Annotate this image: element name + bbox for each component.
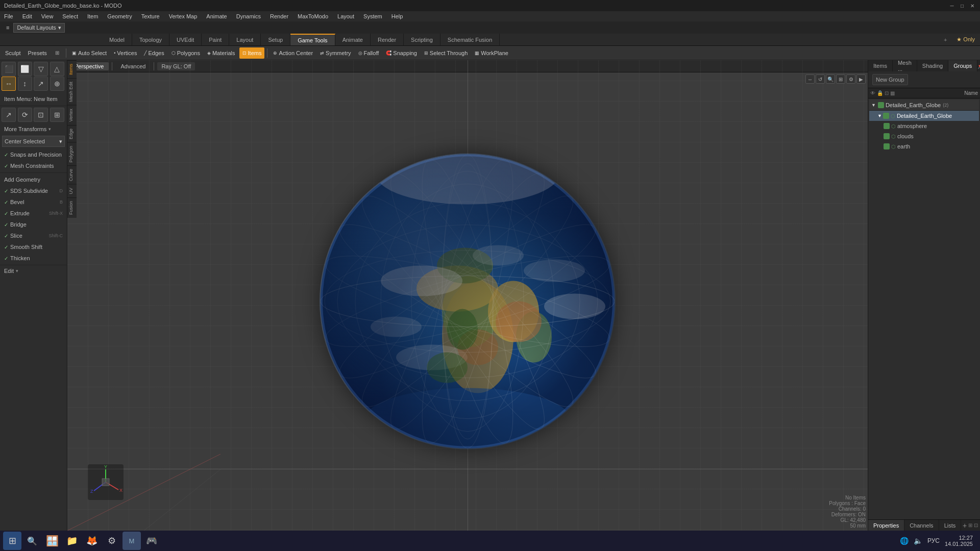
viewport-icon-2[interactable]: ↺ [816, 74, 825, 84]
menu-view[interactable]: View [40, 13, 55, 19]
rp-bottom-tab-channels[interactable]: Channels [904, 520, 939, 531]
rp-tab-groups[interactable]: Groups [948, 60, 977, 71]
bevel-button[interactable]: ✓ Bevel B [2, 196, 65, 208]
menu-file[interactable]: File [3, 13, 14, 19]
start-button[interactable]: ⊞ [3, 532, 21, 550]
scene-item-clouds[interactable]: ⬡ clouds [869, 131, 979, 141]
minimize-button[interactable]: ─ [948, 2, 955, 9]
select-through-button[interactable]: ⊞ Select Through [421, 47, 471, 59]
scene-item-4-vis[interactable] [884, 143, 890, 149]
taskbar-app-2[interactable]: 📁 [63, 532, 81, 550]
menu-vertex-map[interactable]: Vertex Map [168, 13, 199, 19]
scene-item-detailed-earth[interactable]: ▼ ⬡ Detailed_Earth_Globe [869, 111, 979, 121]
scene-root-vis[interactable] [878, 102, 884, 108]
menu-render[interactable]: Render [269, 13, 289, 19]
layouts-dropdown[interactable]: Default Layouts ▾ [13, 23, 64, 33]
rp-col-icon-3[interactable]: ⊡ [885, 90, 889, 96]
menu-geometry[interactable]: Geometry [106, 13, 133, 19]
taskbar-app-5[interactable]: 🎮 [142, 532, 161, 550]
rp-tab-items[interactable]: Items [868, 60, 893, 71]
presets-button[interactable]: Presets [25, 47, 50, 59]
rp-bottom-tab-properties[interactable]: Properties [868, 520, 904, 531]
scene-item-3-vis[interactable] [884, 133, 890, 139]
rp-bottom-icon-1[interactable]: ⊞ [968, 522, 972, 528]
menu-system[interactable]: System [362, 13, 383, 19]
menu-select[interactable]: Select [61, 13, 79, 19]
tool-icon-2[interactable]: ⬜ [18, 62, 32, 76]
tab-add-button[interactable]: + [939, 34, 951, 45]
tool-icon-4[interactable]: △ [50, 62, 64, 76]
menu-layout[interactable]: Layout [336, 13, 355, 19]
menu-maxtomode[interactable]: MaxToModo [297, 13, 329, 19]
taskbar-app-4[interactable]: ⚙ [103, 532, 121, 550]
falloff-button[interactable]: ◎ Falloff [355, 47, 382, 59]
menu-help[interactable]: Help [390, 13, 404, 19]
tab-game-tools[interactable]: Game Tools [290, 34, 335, 45]
transform-icon-1[interactable]: ↗ [2, 108, 16, 122]
mesh-constraints-button[interactable]: ✓ Mesh Constraints [2, 160, 65, 171]
side-tab-curve[interactable]: Curve [67, 165, 77, 184]
vp-ray-gl-button[interactable]: Ray GL: Off [157, 62, 195, 70]
side-tab-items[interactable]: Items [67, 60, 77, 78]
tab-model[interactable]: Model [102, 34, 132, 45]
add-geometry-button[interactable]: Add Geometry [2, 174, 65, 185]
auto-select-button[interactable]: ▣ Auto Select [69, 47, 110, 59]
tab-uvedit[interactable]: UVEdit [169, 34, 202, 45]
scene-item-2-vis[interactable] [884, 123, 890, 129]
earth-container[interactable] [320, 154, 616, 449]
materials-button[interactable]: ◈ Materials [204, 47, 238, 59]
scene-root-header[interactable]: ▼ Detailed_Earth_Globe (2) [869, 99, 979, 111]
transform-icon-2[interactable]: ⟳ [18, 108, 32, 122]
edges-button[interactable]: ╱ Edges [141, 47, 167, 59]
scene-item-atmosphere[interactable]: ⬡ atmosphere [869, 121, 979, 131]
menu-texture[interactable]: Texture [140, 13, 161, 19]
snaps-precision-button[interactable]: ✓ Snaps and Precision [2, 149, 65, 160]
sds-subdivide-button[interactable]: ✓ SDS Subdivide D [2, 185, 65, 196]
maximize-button[interactable]: □ [959, 2, 966, 9]
rp-col-icon-1[interactable]: 👁 [870, 90, 875, 96]
sys-icon-volume[interactable]: 🔈 [914, 537, 922, 545]
action-center-button[interactable]: ⊕ Action Center [270, 47, 316, 59]
more-transforms-button[interactable]: More Transforms ▾ [2, 123, 65, 135]
bridge-button[interactable]: ✓ Bridge [2, 219, 65, 230]
rp-col-icon-2[interactable]: 🔒 [877, 90, 883, 96]
taskbar-app-modo[interactable]: M [122, 532, 141, 550]
rp-bottom-icon-2[interactable]: ⊡ [974, 522, 978, 528]
edit-button[interactable]: Edit ▾ [2, 265, 65, 277]
items-button[interactable]: ⊡ Items [239, 47, 265, 59]
sys-icon-network[interactable]: 🌐 [900, 537, 909, 545]
tool-icon-1[interactable]: ⬛ [2, 62, 16, 76]
menu-animate[interactable]: Animate [205, 13, 228, 19]
viewport-icon-5[interactable]: ⚙ [846, 74, 855, 84]
tab-schematic-fusion[interactable]: Schematic Fusion [440, 34, 500, 45]
viewport-icon-4[interactable]: ⊞ [836, 74, 845, 84]
sys-lang[interactable]: РУС [927, 537, 940, 544]
transform-icon-3[interactable]: ⊡ [34, 108, 48, 122]
vertices-button[interactable]: • Vertices [111, 47, 140, 59]
menu-dynamics[interactable]: Dynamics [235, 13, 262, 19]
symmetry-button[interactable]: ⇌ Symmetry [317, 47, 354, 59]
taskbar-app-1[interactable]: 🪟 [43, 532, 61, 550]
tool-icon-3[interactable]: ▽ [34, 62, 48, 76]
side-tab-fusion[interactable]: Fusion [67, 197, 77, 218]
extrude-button[interactable]: ✓ Extrude Shift-X [2, 208, 65, 219]
tool-icon-5[interactable]: ↔ [2, 77, 16, 91]
rp-bottom-tab-lists[interactable]: Lists [939, 520, 962, 531]
viewport[interactable]: Perspective Advanced Ray GL: Off [67, 60, 868, 531]
snapping-button[interactable]: 🧲 Snapping [383, 47, 420, 59]
tab-animate[interactable]: Animate [335, 34, 371, 45]
scene-item-earth[interactable]: ⬡ earth [869, 141, 979, 152]
viewport-icon-3[interactable]: 🔍 [826, 74, 835, 84]
side-tab-polygon[interactable]: Polygon [67, 142, 77, 166]
tab-render[interactable]: Render [371, 34, 404, 45]
tab-setup[interactable]: Setup [261, 34, 290, 45]
side-tab-uv[interactable]: UV [67, 184, 77, 197]
workplane-button[interactable]: ▦ WorkPlane [472, 47, 511, 59]
tab-layout[interactable]: Layout [229, 34, 261, 45]
tab-topology[interactable]: Topology [132, 34, 169, 45]
center-selected-dropdown[interactable]: Center Selected ▾ [2, 136, 65, 147]
window-controls[interactable]: ─ □ ✕ [948, 2, 976, 9]
thicken-button[interactable]: ✓ Thicken [2, 253, 65, 264]
new-group-button[interactable]: New Group [872, 74, 908, 85]
tab-scripting[interactable]: Scripting [404, 34, 440, 45]
